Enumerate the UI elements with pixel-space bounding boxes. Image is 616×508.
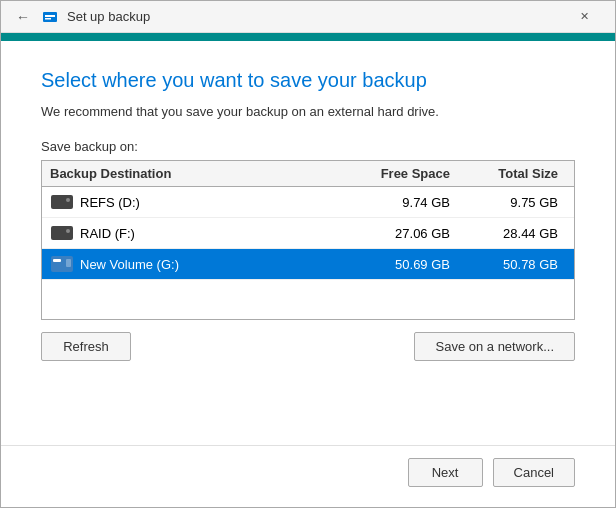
hdd-icon <box>51 226 73 240</box>
save-network-button[interactable]: Save on a network... <box>414 332 575 361</box>
drive-free-space: 50.69 GB <box>366 257 466 272</box>
table-header: Backup Destination Free Space Total Size <box>42 161 574 187</box>
table-row[interactable]: RAID (F:) 27.06 GB 28.44 GB <box>42 218 574 249</box>
col-header-free: Free Space <box>366 166 466 181</box>
drive-icon <box>50 193 74 211</box>
usb-icon <box>51 256 73 272</box>
window: ← Set up backup ✕ Select where you want … <box>0 0 616 508</box>
drive-label: REFS (D:) <box>80 195 366 210</box>
next-button[interactable]: Next <box>408 458 483 487</box>
drive-total-size: 9.75 GB <box>466 195 566 210</box>
drive-label: New Volume (G:) <box>80 257 366 272</box>
table-row[interactable]: REFS (D:) 9.74 GB 9.75 GB <box>42 187 574 218</box>
close-button[interactable]: ✕ <box>561 1 607 33</box>
cancel-button[interactable]: Cancel <box>493 458 575 487</box>
hdd-icon <box>51 195 73 209</box>
svg-rect-1 <box>45 15 55 17</box>
drive-free-space: 27.06 GB <box>366 226 466 241</box>
table-row[interactable]: New Volume (G:) 50.69 GB 50.78 GB <box>42 249 574 280</box>
drive-label: RAID (F:) <box>80 226 366 241</box>
table-actions-row: Refresh Save on a network... <box>41 332 575 361</box>
page-title: Select where you want to save your backu… <box>41 69 575 92</box>
svg-rect-2 <box>45 18 51 20</box>
drive-icon <box>50 255 74 273</box>
col-header-total: Total Size <box>466 166 566 181</box>
save-label: Save backup on: <box>41 139 575 154</box>
refresh-button[interactable]: Refresh <box>41 332 131 361</box>
drive-icon <box>50 224 74 242</box>
back-button[interactable]: ← <box>13 7 33 27</box>
content-area: Select where you want to save your backu… <box>1 41 615 445</box>
app-icon <box>41 8 59 26</box>
footer: Next Cancel <box>1 445 615 507</box>
header-band <box>1 33 615 41</box>
col-header-name: Backup Destination <box>50 166 366 181</box>
title-bar: ← Set up backup ✕ <box>1 1 615 33</box>
drive-free-space: 9.74 GB <box>366 195 466 210</box>
table-body: REFS (D:) 9.74 GB 9.75 GB RAID (F:) 27.0… <box>42 187 574 319</box>
description: We recommend that you save your backup o… <box>41 104 575 119</box>
drive-total-size: 28.44 GB <box>466 226 566 241</box>
title-bar-left: ← Set up backup <box>13 7 150 27</box>
window-title: Set up backup <box>67 9 150 24</box>
drive-table: Backup Destination Free Space Total Size… <box>41 160 575 320</box>
drive-total-size: 50.78 GB <box>466 257 566 272</box>
